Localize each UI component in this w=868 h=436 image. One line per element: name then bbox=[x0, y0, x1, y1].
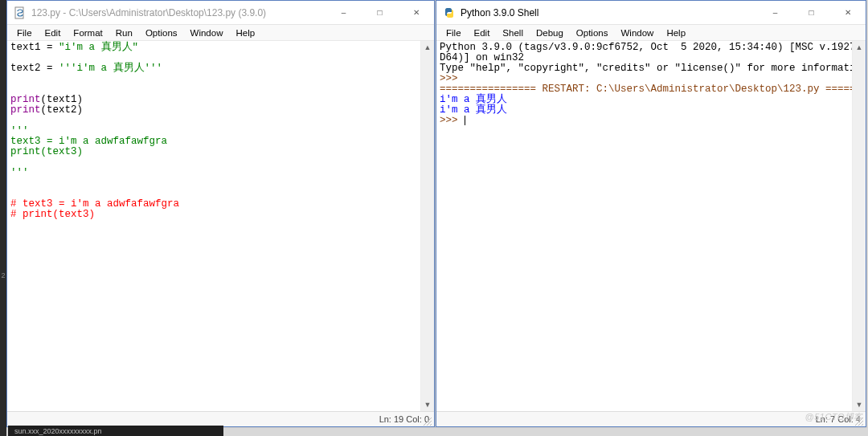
menu-format[interactable]: Format bbox=[67, 27, 108, 39]
editor-window: 123.py - C:\Users\Administrator\Desktop\… bbox=[6, 0, 435, 427]
editor-menubar: File Edit Format Run Options Window Help bbox=[7, 25, 434, 41]
minimize-button[interactable]: – bbox=[326, 1, 362, 24]
scroll-up-icon[interactable]: ▲ bbox=[421, 41, 434, 54]
python-file-icon bbox=[14, 6, 27, 19]
menu-window[interactable]: Window bbox=[614, 27, 660, 39]
watermark: @51CTO博客 bbox=[805, 411, 863, 423]
menu-file[interactable]: File bbox=[440, 27, 468, 39]
editor-scrollbar[interactable]: ▲ ▼ bbox=[420, 41, 434, 411]
taskbar-snippet: sun.xxx_2020xxxxxxxxx.pn bbox=[8, 426, 223, 436]
maximize-button[interactable]: □ bbox=[362, 1, 398, 24]
shell-titlebar[interactable]: Python 3.9.0 Shell – □ ✕ bbox=[436, 1, 866, 25]
code-editor[interactable]: text1 = "i'm a 真男人" text2 = '''i'm a 真男人… bbox=[7, 41, 420, 411]
shell-window-controls: – □ ✕ bbox=[757, 1, 866, 24]
menu-run[interactable]: Run bbox=[109, 27, 139, 39]
minimize-button[interactable]: – bbox=[757, 1, 793, 24]
shell-window: Python 3.9.0 Shell – □ ✕ File Edit Shell… bbox=[436, 0, 866, 427]
python-shell-icon bbox=[443, 6, 456, 19]
menu-help[interactable]: Help bbox=[660, 27, 692, 39]
menu-help[interactable]: Help bbox=[229, 27, 261, 39]
menu-shell[interactable]: Shell bbox=[496, 27, 530, 39]
maximize-button[interactable]: □ bbox=[793, 1, 829, 24]
scroll-down-icon[interactable]: ▼ bbox=[853, 398, 866, 411]
editor-titlebar[interactable]: 123.py - C:\Users\Administrator\Desktop\… bbox=[7, 1, 434, 25]
left-gutter: 2 bbox=[0, 0, 6, 436]
shell-output[interactable]: Python 3.9.0 (tags/v3.9.0:9cf6752, Oct 5… bbox=[436, 41, 852, 411]
scroll-up-icon[interactable]: ▲ bbox=[853, 41, 866, 54]
menu-options[interactable]: Options bbox=[570, 27, 615, 39]
shell-menubar: File Edit Shell Debug Options Window Hel… bbox=[436, 25, 866, 41]
resize-grip[interactable] bbox=[423, 415, 432, 425]
shell-title: Python 3.9.0 Shell bbox=[461, 7, 757, 18]
editor-cursor-position: Ln: 19 Col: 0 bbox=[379, 414, 429, 424]
shell-cursor bbox=[465, 116, 465, 125]
shell-scrollbar[interactable]: ▲ ▼ bbox=[852, 41, 866, 411]
shell-body: Python 3.9.0 (tags/v3.9.0:9cf6752, Oct 5… bbox=[436, 41, 866, 411]
editor-window-controls: – □ ✕ bbox=[326, 1, 434, 24]
menu-edit[interactable]: Edit bbox=[468, 27, 497, 39]
shell-statusbar: Ln: 7 Col: 4 bbox=[436, 411, 866, 426]
menu-options[interactable]: Options bbox=[139, 27, 184, 39]
menu-edit[interactable]: Edit bbox=[39, 27, 68, 39]
editor-body: text1 = "i'm a 真男人" text2 = '''i'm a 真男人… bbox=[7, 41, 434, 411]
menu-file[interactable]: File bbox=[10, 27, 39, 39]
scroll-down-icon[interactable]: ▼ bbox=[421, 398, 434, 411]
editor-title: 123.py - C:\Users\Administrator\Desktop\… bbox=[31, 7, 326, 18]
editor-statusbar: Ln: 19 Col: 0 bbox=[7, 411, 434, 426]
menu-debug[interactable]: Debug bbox=[530, 27, 570, 39]
menu-window[interactable]: Window bbox=[184, 27, 230, 39]
close-button[interactable]: ✕ bbox=[398, 1, 434, 24]
close-button[interactable]: ✕ bbox=[829, 1, 866, 24]
